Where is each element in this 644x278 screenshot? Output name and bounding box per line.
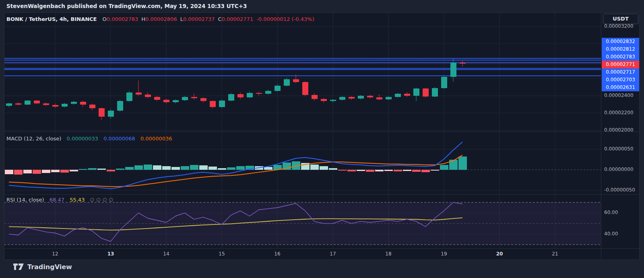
price-scale-currency-button[interactable]: USDT xyxy=(603,14,638,24)
frame-left-border xyxy=(4,12,4,260)
high-value: 0.00002806 xyxy=(145,16,177,22)
time-axis-border xyxy=(4,248,640,249)
low-label: L xyxy=(180,16,183,22)
macd-line-value: 0.00000068 xyxy=(103,136,135,142)
price-axis-tick[interactable]: 0.00002000 xyxy=(604,127,634,133)
rsi-ma-value: 55.43 xyxy=(70,197,85,203)
close-value: 0.00002771 xyxy=(222,16,254,22)
symbol-title[interactable]: BONK / TetherUS, 4h, BINANCE xyxy=(6,16,97,22)
macd-legend: MACD (12, 26, close) 0.00000033 0.000000… xyxy=(6,136,172,142)
price-axis-tick[interactable]: 0.00003200 xyxy=(604,23,634,29)
level-price-label: 0.00002812 xyxy=(602,45,639,53)
rsi-legend: RSI (14, close) 68.47 55.43 ∅ ∅ ∅ ∅ xyxy=(6,197,113,203)
rsi-axis-tick[interactable]: 60.00 xyxy=(604,210,618,215)
time-axis-label: 20 xyxy=(496,251,503,257)
time-axis-label: 14 xyxy=(163,251,169,257)
rsi-line-value: 68.47 xyxy=(50,197,64,203)
macd-axis-tick[interactable]: 0.00000000 xyxy=(604,167,634,172)
price-scale-border[interactable] xyxy=(601,12,601,260)
level-price-label: 0.00002631 xyxy=(602,84,639,91)
price-axis-tick[interactable]: 0.00002200 xyxy=(604,110,634,115)
level-price-label: 0.00002783 xyxy=(602,53,639,61)
macd-title[interactable]: MACD (12, 26, close) xyxy=(6,136,61,142)
tradingview-logo-text: TradingView xyxy=(27,263,72,271)
rsi-axis-tick[interactable]: 40.00 xyxy=(604,231,618,237)
level-price-label: 0.00002703 xyxy=(602,76,639,84)
tradingview-logo[interactable]: TradingView xyxy=(13,262,72,271)
change-value: -0.00000012 (-0.43%) xyxy=(256,16,314,22)
time-axis-label: 17 xyxy=(330,251,336,257)
macd-rsi-separator[interactable] xyxy=(4,194,640,195)
macd-axis-tick[interactable]: 0.00000050 xyxy=(604,146,634,152)
symbol-header: BONK / TetherUS, 4h, BINANCEO0.00002783H… xyxy=(6,16,314,22)
time-axis-label: 18 xyxy=(385,251,391,257)
level-price-label: 0.00002832 xyxy=(602,38,639,45)
open-value: 0.00002783 xyxy=(107,16,138,22)
time-axis-label: 13 xyxy=(107,251,114,257)
high-label: H xyxy=(141,16,145,22)
tradingview-logomark-icon xyxy=(13,264,24,270)
level-price-label: 0.00002717 xyxy=(602,68,639,76)
frame-top-border xyxy=(4,12,640,13)
time-axis-label: 21 xyxy=(552,251,558,257)
macd-hist-value: 0.00000033 xyxy=(66,136,98,142)
close-label: C xyxy=(218,16,222,22)
price-macd-separator[interactable] xyxy=(4,132,640,132)
time-axis-label: 16 xyxy=(274,251,280,257)
last-price-label: 0.00002771 xyxy=(602,61,639,68)
time-axis-label: 12 xyxy=(52,251,58,257)
rsi-title[interactable]: RSI (14, close) xyxy=(6,197,44,203)
time-axis-label: 15 xyxy=(219,251,225,257)
macd-axis-tick[interactable]: -0.00000050 xyxy=(604,187,635,193)
frame-right-border xyxy=(639,12,640,260)
frame-bottom-border xyxy=(4,259,640,260)
low-value: 0.00002737 xyxy=(183,16,215,22)
rsi-empty-slots: ∅ ∅ ∅ ∅ xyxy=(90,197,114,203)
macd-signal-value: 0.00000036 xyxy=(140,136,172,142)
open-label: O xyxy=(103,16,107,22)
price-axis-tick[interactable]: 0.00002400 xyxy=(604,93,634,98)
tradingview-snapshot: StevenWalgenbach published on TradingVie… xyxy=(0,0,644,278)
time-axis-label: 19 xyxy=(441,251,447,257)
